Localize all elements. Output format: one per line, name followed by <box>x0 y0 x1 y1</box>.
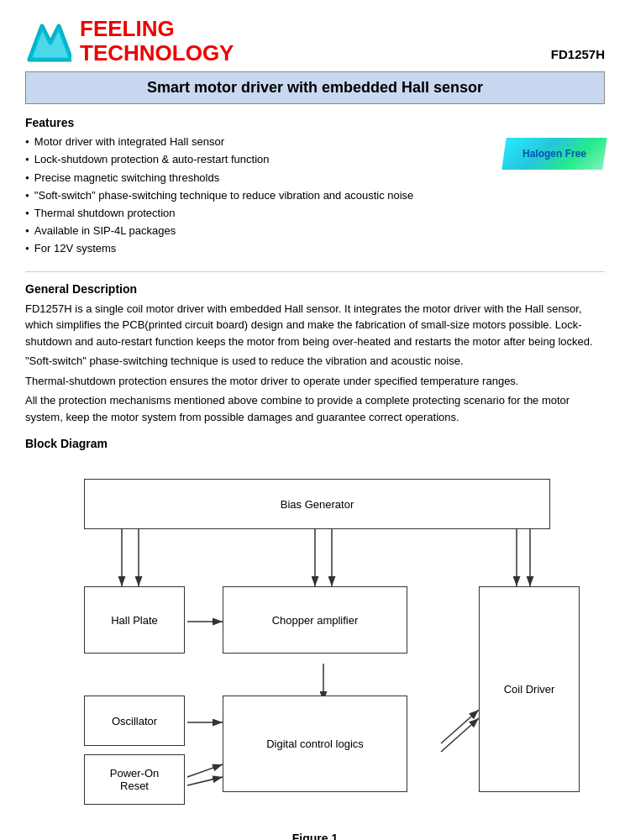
halogen-badge: Halogen Free <box>504 138 605 170</box>
general-description-title: General Description <box>25 282 605 296</box>
bias-generator-box: Bias Generator <box>84 479 550 529</box>
features-title: Features <box>25 116 605 129</box>
general-description-section: General Description FD1257H is a single … <box>25 282 605 426</box>
halogen-free-badge-area: Halogen Free <box>504 134 605 259</box>
list-item: Available in SIP-4L packages <box>25 223 504 239</box>
divider <box>25 271 605 272</box>
coil-driver-box: Coil Driver <box>479 586 580 792</box>
list-item: Thermal shutdown protection <box>25 206 504 221</box>
svg-line-15 <box>441 710 479 743</box>
general-desc-para-1: "Soft-switch" phase-switching technique … <box>25 353 605 370</box>
page-title: Smart motor driver with embedded Hall se… <box>25 71 605 104</box>
features-area: Motor driver with integrated Hall sensor… <box>25 134 605 259</box>
digital-control-box: Digital control logics <box>223 696 407 792</box>
logo-text: FEELING TECHNOLOGY <box>80 17 234 65</box>
svg-line-14 <box>187 777 223 785</box>
svg-line-13 <box>187 764 223 777</box>
list-item: Precise magnetic switching thresholds <box>25 171 504 186</box>
list-item: Lock-shutdown protection & auto-restart … <box>25 152 504 167</box>
diagram-area: Bias Generator Hall Plate Chopper amplif… <box>29 462 601 823</box>
list-item: Motor driver with integrated Hall sensor <box>25 134 504 150</box>
list-item: For 12V systems <box>25 241 504 256</box>
header: FEELING TECHNOLOGY FD1257H <box>25 17 605 65</box>
company-name-line2: TECHNOLOGY <box>80 41 234 66</box>
features-list: Motor driver with integrated Hall sensor… <box>25 134 504 259</box>
block-diagram-section: Block Diagram <box>25 437 605 840</box>
part-number: FD1257H <box>551 47 605 65</box>
halogen-text: Halogen Free <box>522 148 586 160</box>
svg-line-16 <box>441 718 479 752</box>
block-diagram-title: Block Diagram <box>25 437 605 450</box>
list-item: "Soft-switch" phase-switching technique … <box>25 188 504 203</box>
power-on-reset-box: Power-On Reset <box>84 754 185 805</box>
company-name-line1: FEELING <box>80 17 234 41</box>
logo-area: FEELING TECHNOLOGY <box>25 17 234 65</box>
chopper-amplifier-box: Chopper amplifier <box>223 586 407 654</box>
features-section: Features Motor driver with integrated Ha… <box>25 116 605 259</box>
general-desc-para-2: Thermal-shutdown protection ensures the … <box>25 373 605 390</box>
oscillator-box: Oscillator <box>84 696 185 746</box>
hall-plate-box: Hall Plate <box>84 586 185 654</box>
general-desc-para-3: All the protection mechanisms mentioned … <box>25 392 605 425</box>
company-logo-icon <box>25 18 71 64</box>
general-desc-para-0: FD1257H is a single coil motor driver wi… <box>25 301 605 350</box>
figure-label: Figure.1 <box>25 832 605 840</box>
svg-marker-1 <box>29 26 71 60</box>
